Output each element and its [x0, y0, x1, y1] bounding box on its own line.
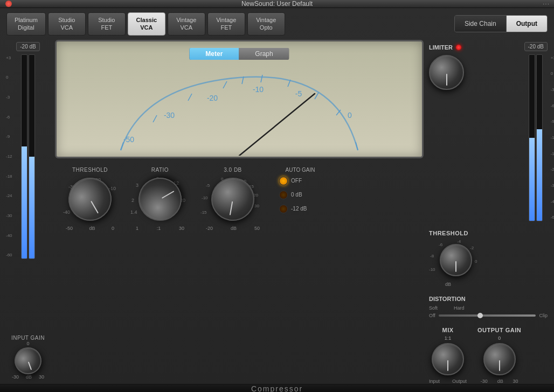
close-button[interactable]: [5, 1, 12, 7]
svg-text:-8: -8: [430, 254, 434, 258]
svg-text:-4: -4: [457, 239, 461, 244]
auto-gain-0db-button[interactable]: 0 dB: [276, 189, 324, 201]
center-panel: Meter Graph -50 -30 -20: [55, 40, 424, 384]
auto-gain-0db-label: 0 dB: [291, 192, 302, 198]
tab-vintage-vca[interactable]: VintageVCA: [168, 12, 205, 36]
input-meter-left-fill: [22, 146, 27, 258]
tab-platinum-digital[interactable]: PlatinumDigital: [6, 12, 46, 36]
tab-vintage-fet[interactable]: VintageFET: [207, 12, 245, 36]
svg-text:-2: -2: [470, 246, 474, 250]
ratio-section: RATIO 2 1.4 3 8 12 20 1: [130, 167, 190, 231]
window-title: NewSound: User Default: [241, 0, 313, 8]
input-gain-label: INPUT GAIN: [11, 335, 45, 341]
output-gain-max: 30: [513, 379, 518, 384]
svg-text:-5: -5: [206, 183, 210, 188]
makeup-min: -20: [206, 226, 213, 231]
output-gain-label: OUTPUT GAIN: [477, 327, 521, 333]
input-gain-value: 0: [26, 341, 29, 346]
auto-gain-12db-label: -12 dB: [291, 206, 307, 212]
distortion-section: DISTORTION Soft Hard Off Clip: [429, 296, 548, 318]
svg-text:-20: -20: [207, 94, 218, 102]
distortion-clip-label: Clip: [539, 313, 548, 318]
tab-studio-vca[interactable]: StudioVCA: [48, 12, 86, 36]
distortion-hard-label: Hard: [454, 305, 465, 311]
meter-display: Meter Graph -50 -30 -20: [55, 40, 424, 158]
svg-text:-5: -5: [295, 89, 302, 98]
mix-output-row: MIX 1:1 Input Output OUTPUT GAIN 0 -30: [429, 327, 548, 384]
distortion-slider-row: Off Clip: [429, 313, 548, 318]
input-meter-right-bar: [29, 54, 35, 259]
meter-toggle: Meter Graph: [189, 48, 289, 60]
limiter-led: [456, 45, 461, 50]
auto-gain-12db-led: [279, 205, 288, 213]
output-meter-scale: +3 0 -3 -6 -9 -12 -18 -24 -30 -40 -60: [551, 54, 554, 221]
graph-button[interactable]: Graph: [239, 48, 289, 60]
input-level-meter: [21, 54, 35, 259]
tab-vintage-opto[interactable]: VintageOpto: [247, 12, 285, 36]
mix-knob[interactable]: [432, 343, 464, 375]
tick-min: -30: [12, 374, 19, 380]
mix-value: 1:1: [445, 335, 452, 341]
right-threshold-knob[interactable]: [440, 244, 472, 276]
bottom-label: Compressor: [251, 384, 303, 392]
preset-tabs: PlatinumDigital StudioVCA StudioFET Clas…: [6, 12, 285, 36]
auto-gain-off-led: [279, 177, 288, 185]
main-content: PlatinumDigital StudioVCA StudioFET Clas…: [0, 8, 554, 384]
limiter-label: LIMITER: [429, 44, 453, 51]
tab-studio-fet[interactable]: StudioFET: [88, 12, 126, 36]
limiter-knob[interactable]: [429, 55, 464, 90]
svg-text:30: 30: [254, 204, 259, 208]
svg-text:-10: -10: [253, 85, 264, 94]
window-dots: ···: [543, 0, 550, 8]
svg-text:0: 0: [475, 259, 477, 264]
mix-section: MIX 1:1 Input Output: [429, 327, 467, 384]
auto-gain-section: AUTO GAIN OFF 0 dB -12 dB: [276, 167, 324, 215]
input-gain-knob[interactable]: [11, 344, 45, 378]
ratio-unit: :1: [157, 226, 161, 231]
bottom-bar: Compressor: [0, 384, 554, 392]
distortion-slider[interactable]: [439, 314, 536, 317]
svg-text:-40: -40: [63, 209, 70, 215]
threshold-max: 0: [112, 226, 114, 231]
input-level-label: -20 dB: [16, 42, 39, 51]
mix-ticks: Input Output: [429, 379, 467, 384]
meter-button[interactable]: Meter: [189, 48, 239, 60]
auto-gain-label: AUTO GAIN: [276, 167, 324, 173]
vu-arc-container: -50 -30 -20 -10 -5 0: [57, 63, 422, 157]
output-gain-unit: dB: [497, 379, 503, 384]
output-button[interactable]: Output: [507, 16, 547, 32]
auto-gain-12db-button[interactable]: -12 dB: [276, 203, 324, 215]
threshold-ticks: -50 dB 0: [66, 226, 114, 231]
vu-meter-svg: -50 -30 -20 -10 -5 0: [99, 64, 379, 156]
svg-text:-10: -10: [109, 186, 116, 191]
controls-row: THRESHOLD -40 -30 -20 -10 -50 dB: [55, 163, 424, 231]
output-gain-section: OUTPUT GAIN 0 -30 dB 30: [477, 327, 521, 384]
svg-text:-10: -10: [429, 267, 435, 272]
svg-text:1.4: 1.4: [130, 209, 137, 215]
side-chain-button[interactable]: Side Chain: [455, 16, 507, 32]
output-meter-left-bar: [529, 54, 535, 221]
svg-text:-6: -6: [439, 242, 443, 247]
svg-line-17: [239, 94, 315, 156]
left-panel: -20 dB +3 0 -3 -6 -9 -12 -18 -24 -30 -40…: [6, 40, 50, 384]
distortion-soft-label: Soft: [429, 305, 438, 311]
distortion-off-label: Off: [429, 313, 435, 318]
makeup-max: 50: [254, 226, 260, 231]
tab-classic-vca[interactable]: ClassicVCA: [128, 12, 165, 36]
ratio-ticks: 1 :1 30: [136, 226, 184, 231]
mix-label: MIX: [442, 327, 453, 333]
distortion-sub-labels: Soft Hard: [429, 305, 548, 311]
input-meter-scale: +3 0 -3 -6 -9 -12 -18 -24 -30 -40 -60: [6, 54, 12, 259]
input-gain-ticks: -30 dB 30: [12, 374, 44, 380]
svg-line-7: [121, 142, 123, 150]
distortion-thumb: [477, 313, 483, 318]
ratio-min: 1: [136, 226, 138, 231]
auto-gain-off-button[interactable]: OFF: [276, 175, 324, 187]
svg-line-8: [153, 115, 157, 122]
output-gain-min: -30: [481, 379, 488, 384]
tick-unit: dB: [26, 374, 32, 380]
output-gain-value: 0: [498, 335, 501, 341]
svg-line-9: [188, 94, 192, 101]
threshold-section: THRESHOLD -40 -30 -20 -10 -50 dB: [60, 167, 120, 231]
output-gain-knob[interactable]: [483, 343, 516, 375]
